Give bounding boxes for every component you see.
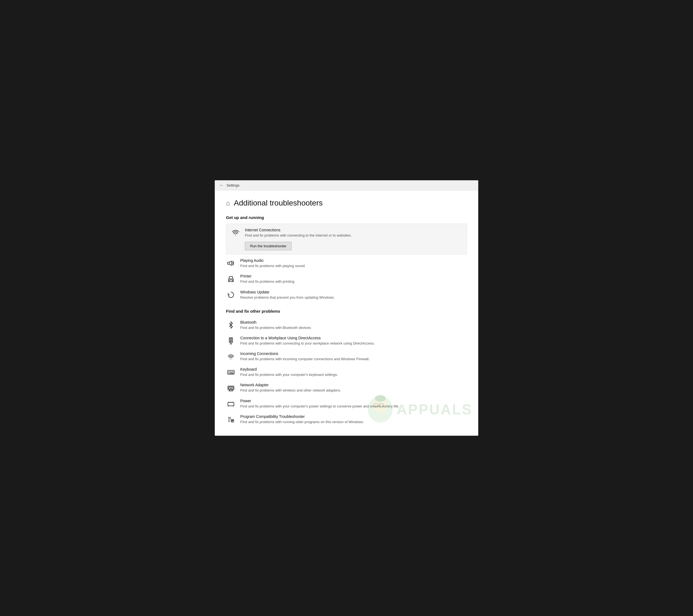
home-icon[interactable]: ⌂ [226, 199, 230, 207]
svg-rect-8 [230, 339, 232, 340]
troubleshooter-item-printer[interactable]: Printer Find and fix problems with print… [226, 271, 467, 287]
titlebar-title: Settings [226, 183, 239, 187]
network-adapter-icon [226, 383, 236, 392]
playing-audio-desc: Find and fix problems with playing sound [240, 264, 467, 268]
power-desc: Find and fix problems with your computer… [240, 404, 467, 409]
svg-rect-14 [227, 370, 234, 374]
run-troubleshooter-button[interactable]: Run the troubleshooter [245, 242, 292, 250]
troubleshooter-item-network-adapter[interactable]: Network Adapter Find and fix problems wi… [226, 380, 467, 396]
network-adapter-desc: Find and fix problems with wireless and … [240, 388, 467, 393]
power-name: Power [240, 399, 467, 403]
svg-rect-12 [231, 341, 232, 342]
program-compatibility-name: Program Compatibility Troubleshooter [240, 414, 467, 419]
program-compatibility-text: Program Compatibility Troubleshooter Fin… [240, 414, 467, 424]
network-adapter-name: Network Adapter [240, 383, 467, 387]
playing-audio-text: Playing Audio Find and fix problems with… [240, 258, 467, 268]
troubleshooter-item-internet-connections[interactable]: Internet Connections Find and fix proble… [226, 224, 467, 254]
incoming-connections-desc: Find and fix problems with incoming comp… [240, 357, 467, 362]
troubleshooter-item-keyboard[interactable]: Keyboard Find and fix problems with your… [226, 364, 467, 380]
svg-point-6 [232, 280, 233, 280]
windows-update-text: Windows Update Resolve problems that pre… [240, 290, 467, 300]
internet-connections-name: Internet Connections [245, 228, 462, 232]
keyboard-name: Keyboard [240, 367, 467, 371]
program-compatibility-icon [226, 414, 236, 424]
keyboard-icon [226, 367, 236, 377]
printer-icon [226, 274, 236, 284]
internet-connections-desc: Find and fix problems with connecting to… [245, 233, 462, 238]
troubleshooter-item-incoming-connections[interactable]: Incoming Connections Find and fix proble… [226, 349, 467, 364]
troubleshooter-item-playing-audio[interactable]: Playing Audio Find and fix problems with… [226, 255, 467, 271]
keyboard-desc: Find and fix problems with your computer… [240, 372, 467, 377]
troubleshooter-item-power[interactable]: Power Find and fix problems with your co… [226, 396, 467, 411]
power-text: Power Find and fix problems with your co… [240, 399, 467, 409]
windows-update-name: Windows Update [240, 290, 467, 294]
connection-workplace-desc: Find and fix problems with connecting to… [240, 341, 467, 346]
troubleshooter-item-windows-update[interactable]: Windows Update Resolve problems that pre… [226, 287, 467, 303]
connection-workplace-name: Connection to a Workplace Using DirectAc… [240, 336, 467, 340]
program-compatibility-desc: Find and fix problems with running older… [240, 420, 467, 424]
troubleshooter-item-program-compatibility[interactable]: Program Compatibility Troubleshooter Fin… [226, 411, 467, 427]
printer-desc: Find and fix problems with printing [240, 279, 467, 284]
internet-connections-text: Internet Connections Find and fix proble… [245, 228, 462, 250]
troubleshooter-item-connection-workplace[interactable]: Connection to a Workplace Using DirectAc… [226, 333, 467, 349]
bluetooth-icon [226, 320, 236, 330]
svg-rect-5 [229, 280, 233, 282]
settings-window: ← Settings ⌂ Additional troubleshooters … [215, 180, 478, 436]
content-area: ⌂ Additional troubleshooters Get up and … [215, 190, 478, 436]
printer-text: Printer Find and fix problems with print… [240, 274, 467, 284]
printer-name: Printer [240, 274, 467, 278]
bluetooth-desc: Find and fix problems with Bluetooth dev… [240, 325, 467, 330]
troubleshooter-item-bluetooth[interactable]: Bluetooth Find and fix problems with Blu… [226, 317, 467, 333]
connection-workplace-text: Connection to a Workplace Using DirectAc… [240, 336, 467, 346]
svg-point-0 [235, 234, 236, 235]
page-header: ⌂ Additional troubleshooters [226, 199, 467, 208]
playing-audio-name: Playing Audio [240, 258, 467, 263]
connection-workplace-icon [226, 336, 236, 346]
incoming-connections-icon [226, 351, 236, 361]
keyboard-text: Keyboard Find and fix problems with your… [240, 367, 467, 377]
windows-update-desc: Resolve problems that prevent you from u… [240, 295, 467, 300]
svg-rect-4 [229, 276, 233, 279]
section2-title: Find and fix other problems [226, 309, 467, 313]
page-title: Additional troubleshooters [234, 199, 323, 208]
incoming-connections-name: Incoming Connections [240, 351, 467, 356]
incoming-connections-text: Incoming Connections Find and fix proble… [240, 351, 467, 362]
bluetooth-text: Bluetooth Find and fix problems with Blu… [240, 320, 467, 330]
svg-rect-11 [230, 341, 231, 342]
svg-marker-2 [229, 261, 232, 265]
windows-update-icon [226, 290, 236, 300]
section1-title: Get up and running [226, 215, 467, 220]
network-adapter-text: Network Adapter Find and fix problems wi… [240, 383, 467, 393]
back-button[interactable]: ← [219, 183, 224, 188]
internet-connections-icon [231, 228, 240, 238]
playing-audio-icon [226, 258, 236, 268]
power-icon [226, 399, 236, 408]
svg-rect-28 [228, 403, 234, 406]
titlebar: ← Settings [215, 180, 478, 190]
bluetooth-name: Bluetooth [240, 320, 467, 325]
